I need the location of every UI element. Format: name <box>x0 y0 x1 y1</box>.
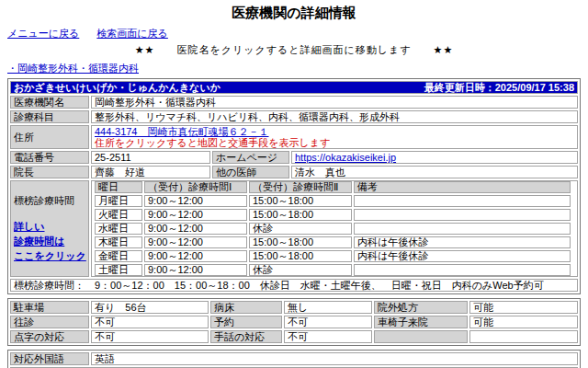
wheelchair-label: 車椅子来院 <box>374 316 468 328</box>
time1-cell: 9:00～12:00 <box>144 209 247 221</box>
col-day: 曜日 <box>95 181 142 193</box>
other-doctor-label: 他の医師 <box>212 166 289 178</box>
departments-label: 診療科目 <box>10 110 89 123</box>
parking-label: 駐車場 <box>10 301 89 314</box>
wheelchair-value: 可能 <box>469 316 578 328</box>
time2-cell: 休診 <box>249 264 352 276</box>
page: 医療機関の詳細情報 メニューに戻る 検索画面に戻る ★★ 医院名をクリックすると… <box>0 0 588 368</box>
name-value: 岡崎整形外科・循環器内科 <box>91 96 578 109</box>
last-updated: 最終更新日時：2025/09/17 15:38 <box>424 82 574 93</box>
address-row: 住所 444-3174 岡崎市真伝町魂場６２－１ 住所をクリックすると地図と交通… <box>10 125 578 149</box>
braille-label: 点字の対応 <box>10 330 89 343</box>
click-hint-text: ★★ 医院名をクリックすると詳細画面に移動します ★★ <box>7 43 581 57</box>
director-row: 院長 齊藤 好道 他の医師 清水 真也 <box>10 166 578 178</box>
time1-cell: 9:00～12:00 <box>144 195 247 207</box>
schedule-row-wed: 水曜日 9:00～12:00 休診 <box>95 223 571 235</box>
address-label: 住所 <box>10 125 89 149</box>
beds-value: 無し <box>284 301 372 314</box>
language-value: 英語 <box>91 352 578 365</box>
facilities-row-2: 往診 不可 予約 不可 車椅子来院 可能 <box>10 316 578 328</box>
day-cell: 月曜日 <box>95 195 142 207</box>
name-row: 医療機関名 岡崎整形外科・循環器内科 <box>10 96 578 109</box>
hospital-name-link[interactable]: ・岡崎整形外科・循環器内科 <box>7 63 139 74</box>
director-label: 院長 <box>10 166 89 178</box>
beds-label: 病床 <box>210 301 282 314</box>
time2-cell: 休診 <box>249 223 352 235</box>
phone-value: 25-2511 <box>91 151 210 164</box>
schedule-row-thu: 木曜日 9:00～12:00 15:00～18:00 内科は午後休診 <box>95 236 571 248</box>
col-time2: （受付）診療時間Ⅱ <box>249 181 352 193</box>
page-title: 医療機関の詳細情報 <box>7 5 581 22</box>
external-prescription-label: 院外処方 <box>374 301 468 314</box>
house-call-label: 往診 <box>10 316 89 328</box>
detail-schedule-link-2[interactable]: 診療時間は <box>14 236 64 247</box>
time1-cell: 9:00～12:00 <box>144 264 247 276</box>
col-note: 備考 <box>354 181 571 193</box>
director-value: 齊藤 好道 <box>91 166 210 178</box>
note-cell <box>354 223 571 235</box>
address-map-note: 住所をクリックすると地図と交通手段を表示します <box>95 137 330 148</box>
time2-cell: 15:00～18:00 <box>249 236 352 248</box>
homepage-label: ホームページ <box>212 151 289 164</box>
note-cell <box>354 264 571 276</box>
external-prescription-value: 可能 <box>469 301 578 314</box>
address-link[interactable]: 444-3174 岡崎市真伝町魂場６２－１ <box>95 126 269 137</box>
note-cell <box>354 209 571 221</box>
schedule-label-cell: 標榜診療時間 詳しい 診療時間は ここをクリック <box>10 180 89 277</box>
phone-label: 電話番号 <box>10 151 89 164</box>
schedule-table: 曜日 （受付）診療時間Ⅰ （受付）診療時間Ⅱ 備考 月曜日 9:00～12:00… <box>93 180 572 277</box>
time1-cell: 9:00～12:00 <box>144 223 247 235</box>
top-nav: メニューに戻る 検索画面に戻る <box>7 27 581 40</box>
schedule-row: 標榜診療時間 詳しい 診療時間は ここをクリック 曜日 （受付）診療時間Ⅰ （受… <box>10 180 578 277</box>
time2-cell: 15:00～18:00 <box>249 250 352 262</box>
day-cell: 火曜日 <box>95 209 142 221</box>
detail-schedule-link-3[interactable]: ここをクリック <box>14 250 86 261</box>
schedule-row-mon: 月曜日 9:00～12:00 15:00～18:00 <box>95 195 571 207</box>
reservation-value: 不可 <box>284 316 372 328</box>
back-to-menu-link[interactable]: メニューに戻る <box>7 28 79 39</box>
schedule-table-cell: 曜日 （受付）診療時間Ⅰ （受付）診療時間Ⅱ 備考 月曜日 9:00～12:00… <box>91 180 578 277</box>
day-cell: 木曜日 <box>95 236 142 248</box>
empty-label-cell <box>374 330 468 343</box>
language-row: 対応外国語 英語 <box>10 352 578 365</box>
note-cell: 内科は午後休診 <box>354 236 571 248</box>
facilities-row-1: 駐車場 有り 56台 病床 無し 院外処方 可能 <box>10 301 578 314</box>
other-doctor-value: 清水 真也 <box>291 166 578 178</box>
note-cell <box>354 195 571 207</box>
time2-cell: 15:00～18:00 <box>249 195 352 207</box>
time1-cell: 9:00～12:00 <box>144 250 247 262</box>
schedule-row-sat: 土曜日 9:00～12:00 休診 <box>95 264 571 276</box>
hospital-name-reading: おかざきせいけいげか・じゅんかんきないか <box>14 82 220 93</box>
facilities-table: 駐車場 有り 56台 病床 無し 院外処方 可能 往診 不可 予約 不可 車椅子… <box>7 298 581 346</box>
col-time1: （受付）診療時間Ⅰ <box>144 181 247 193</box>
schedule-summary-row: 標榜診療時間： 9：00～12：00 15：00～18：00 休診日 水曜・土曜… <box>10 279 578 292</box>
language-table: 対応外国語 英語 岡崎市国保 特定健診医療機関情報を表示 <box>7 350 581 368</box>
sign-language-value: 不可 <box>284 330 372 343</box>
sign-language-label: 手話の対応 <box>210 330 282 343</box>
schedule-header-row: 曜日 （受付）診療時間Ⅰ （受付）診療時間Ⅱ 備考 <box>95 181 571 193</box>
hospital-link-row: ・岡崎整形外科・循環器内科 <box>7 62 581 75</box>
note-cell: 内科は午後休診 <box>354 250 571 262</box>
braille-value: 不可 <box>91 330 209 343</box>
language-label: 対応外国語 <box>10 352 89 365</box>
hospital-detail-table: 最終更新日時：2025/09/17 15:38 おかざきせいけいげか・じゅんかん… <box>7 78 581 294</box>
homepage-link[interactable]: https://okazakiseikei.jp <box>295 152 396 163</box>
day-cell: 金曜日 <box>95 250 142 262</box>
departments-row: 診療科目 整形外科、リウマチ科、リハビリ科、内科、循環器内科、形成外科 <box>10 110 578 123</box>
reservation-label: 予約 <box>210 316 282 328</box>
address-cell: 444-3174 岡崎市真伝町魂場６２－１ 住所をクリックすると地図と交通手段を… <box>91 125 578 149</box>
detail-schedule-link-1[interactable]: 詳しい <box>14 221 45 232</box>
time1-cell: 9:00～12:00 <box>144 236 247 248</box>
day-cell: 水曜日 <box>95 223 142 235</box>
schedule-row-fri: 金曜日 9:00～12:00 15:00～18:00 内科は午後休診 <box>95 250 571 262</box>
parking-value: 有り 56台 <box>91 301 209 314</box>
back-to-search-link[interactable]: 検索画面に戻る <box>96 28 168 39</box>
name-label: 医療機関名 <box>10 96 89 109</box>
homepage-cell: https://okazakiseikei.jp <box>291 151 578 164</box>
phone-row: 電話番号 25-2511 ホームページ https://okazakiseike… <box>10 151 578 164</box>
header-bar-row: 最終更新日時：2025/09/17 15:38 おかざきせいけいげか・じゅんかん… <box>10 81 578 94</box>
day-cell: 土曜日 <box>95 264 142 276</box>
house-call-value: 不可 <box>91 316 209 328</box>
schedule-detail-links: 詳しい 診療時間は ここをクリック <box>14 219 85 263</box>
departments-value: 整形外科、リウマチ科、リハビリ科、内科、循環器内科、形成外科 <box>91 110 578 123</box>
